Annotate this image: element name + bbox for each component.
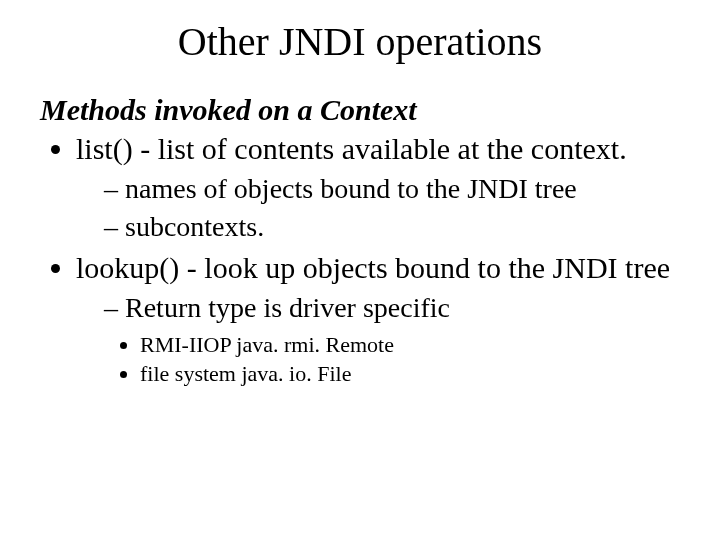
subheading: Methods invoked on a Context: [40, 93, 680, 127]
slide: Other JNDI operations Methods invoked on…: [0, 0, 720, 540]
list-item: Return type is driver specific RMI-IIOP …: [104, 291, 680, 388]
list-item: subcontexts.: [104, 210, 680, 244]
list-item-text: Return type is driver specific: [125, 292, 450, 323]
list-item: names of objects bound to the JNDI tree: [104, 172, 680, 206]
list-item: file system java. io. File: [140, 360, 680, 388]
subsublist: RMI-IIOP java. rmi. Remote file system j…: [104, 331, 680, 388]
list-item-text: file system java. io. File: [140, 361, 351, 386]
bullet-list: list() - list of contents available at t…: [40, 131, 680, 388]
sublist: names of objects bound to the JNDI tree …: [76, 172, 680, 244]
list-item: list() - list of contents available at t…: [76, 131, 680, 244]
list-item: RMI-IIOP java. rmi. Remote: [140, 331, 680, 359]
list-item-text: lookup() - look up objects bound to the …: [76, 251, 670, 284]
list-item-text: names of objects bound to the JNDI tree: [125, 173, 577, 204]
sublist: Return type is driver specific RMI-IIOP …: [76, 291, 680, 388]
list-item: lookup() - look up objects bound to the …: [76, 250, 680, 388]
list-item-text: list() - list of contents available at t…: [76, 132, 627, 165]
list-item-text: RMI-IIOP java. rmi. Remote: [140, 332, 394, 357]
slide-title: Other JNDI operations: [40, 18, 680, 65]
list-item-text: subcontexts.: [125, 211, 264, 242]
